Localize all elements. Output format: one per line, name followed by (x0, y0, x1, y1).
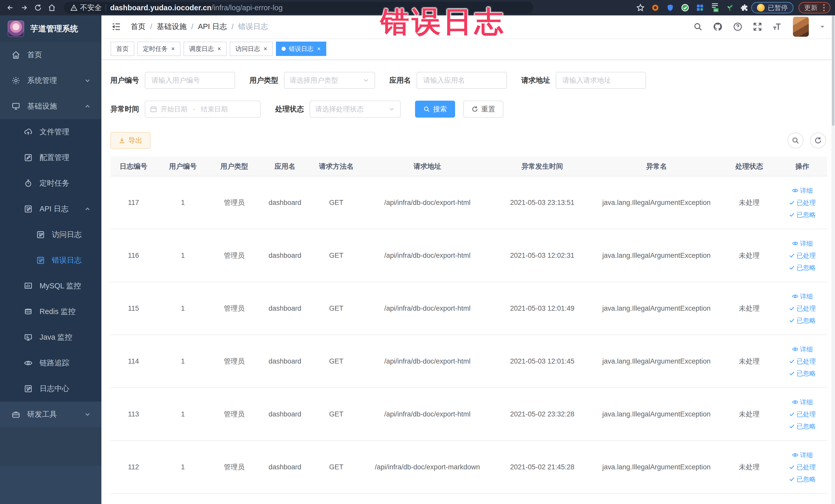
toggle-search-button[interactable] (788, 133, 803, 148)
page-content: 用户编号 用户类型 请选择用户类型 应用名 (101, 60, 835, 504)
sidebar-collapse-icon[interactable] (110, 21, 122, 32)
close-icon[interactable]: × (171, 46, 175, 52)
browser-update-button[interactable]: 更新 (798, 2, 830, 13)
export-button[interactable]: 导出 (110, 132, 150, 149)
browser-reload-button[interactable] (32, 2, 44, 13)
bookmark-star-icon[interactable] (636, 3, 645, 12)
action-processed-link[interactable]: 已处理 (789, 251, 816, 260)
green-sprout-extension-icon[interactable] (725, 3, 734, 12)
cell-user_type: 管理员 (209, 335, 259, 388)
tab-job-log[interactable]: 调度日志× (184, 42, 227, 56)
process-status-label: 处理状态 (275, 104, 304, 114)
browser-forward-button[interactable] (19, 2, 30, 13)
green-check-extension-icon[interactable] (680, 3, 690, 12)
scrollbar-thumb[interactable] (832, 15, 834, 126)
breadcrumb-item[interactable]: 首页 (131, 22, 145, 32)
page-scrollbar[interactable] (831, 15, 835, 504)
reset-button[interactable]: 重置 (463, 101, 503, 118)
sidebar-item-file[interactable]: 文件管理 (0, 119, 101, 145)
cell-app_name: dashboard (259, 229, 311, 282)
request-url-label: 请求地址 (521, 76, 550, 85)
action-ignored-link[interactable]: 已忽略 (789, 475, 816, 483)
action-detail-link[interactable]: 详细 (792, 239, 813, 248)
user-avatar[interactable] (793, 17, 809, 37)
breadcrumb-item[interactable]: API 日志 (198, 22, 227, 32)
search-icon[interactable] (693, 22, 702, 31)
tab-api-access[interactable]: 访问日志× (230, 42, 273, 56)
security-label: 不安全 (80, 3, 102, 13)
sidebar-item-trace[interactable]: 链路追踪 (0, 350, 101, 376)
sidebar-logo[interactable]: 芋道管理系统 (0, 15, 101, 42)
close-icon[interactable]: × (264, 46, 267, 52)
process-status-select[interactable]: 请选择处理状态 (309, 101, 401, 118)
sidebar-item-log-center[interactable]: 日志中心 (0, 376, 101, 402)
sidebar-item-dev-tools[interactable]: 研发工具 (0, 402, 101, 427)
action-detail-link[interactable]: 详细 (792, 398, 813, 406)
puzzle-extensions-icon[interactable] (740, 3, 749, 12)
address-bar[interactable]: 不安全 dashboard.yudao.iocoder.cn/infra/log… (64, 2, 533, 14)
sidebar-item-infra[interactable]: 基础设施 (0, 94, 101, 119)
log-edit-icon (35, 256, 46, 265)
action-ignored-link[interactable]: 已忽略 (789, 369, 816, 378)
sidebar-item-access-log[interactable]: 访问日志 (0, 222, 101, 247)
action-processed-link[interactable]: 已处理 (789, 304, 816, 313)
table-row: 1121管理员dashboardGET/api/infra/db-doc/exp… (110, 441, 827, 493)
action-processed-link[interactable]: 已处理 (789, 357, 816, 366)
sidebar-item-system[interactable]: 系统管理 (0, 68, 101, 94)
breadcrumb-item[interactable]: 基础设施 (157, 22, 187, 32)
action-detail-link[interactable]: 详细 (792, 451, 813, 459)
cell-exception: java.lang.IllegalArgumentException (592, 335, 721, 388)
browser-home-button[interactable] (46, 2, 58, 13)
refresh-table-button[interactable] (810, 133, 826, 148)
chevron-down-icon[interactable] (819, 23, 826, 30)
action-ignored-link[interactable]: 已忽略 (789, 210, 816, 219)
sidebar-item-home[interactable]: 首页 (0, 42, 101, 68)
action-detail-link[interactable]: 详细 (792, 186, 813, 195)
action-processed-link[interactable]: 已处理 (789, 410, 816, 419)
sidebar-item-redis[interactable]: Redis 监控 (0, 299, 101, 324)
request-url-input[interactable] (556, 72, 646, 89)
profile-paused-badge[interactable]: 已暂停 (751, 2, 793, 13)
action-label: 详细 (800, 239, 813, 248)
action-processed-link[interactable]: 已处理 (789, 199, 816, 207)
github-icon[interactable] (713, 22, 722, 32)
close-icon[interactable]: × (218, 46, 221, 52)
help-icon[interactable] (733, 22, 742, 32)
sidebar-item-mysql[interactable]: MySQL 监控 (0, 273, 101, 299)
sidebar-item-job[interactable]: 定时任务 (0, 170, 101, 196)
search-button[interactable]: 搜索 (415, 101, 455, 118)
browser-menu-icon[interactable] (823, 4, 825, 11)
fullscreen-icon[interactable] (753, 22, 762, 31)
sidebar-item-label: 研发工具 (27, 409, 57, 420)
chart-icon (23, 282, 34, 290)
action-detail-link[interactable]: 详细 (792, 292, 813, 301)
blue-shield-extension-icon[interactable] (666, 3, 675, 12)
tab-job[interactable]: 定时任务× (137, 42, 180, 56)
close-icon[interactable]: × (317, 46, 321, 52)
on-badge-extension-icon[interactable]: on (710, 3, 719, 12)
tab-home[interactable]: 首页 (110, 42, 134, 56)
exception-time-range-picker[interactable]: 开始日期 - 结束日期 (145, 101, 261, 118)
sidebar-item-java[interactable]: Java 监控 (0, 324, 101, 350)
action-detail-link[interactable]: 详细 (792, 345, 813, 354)
action-ignored-link[interactable]: 已忽略 (789, 422, 816, 430)
action-ignored-link[interactable]: 已忽略 (789, 316, 816, 325)
user-type-select[interactable]: 请选择用户类型 (284, 72, 375, 89)
start-date-placeholder: 开始日期 (161, 105, 187, 114)
action-ignored-link[interactable]: 已忽略 (789, 263, 816, 272)
orange-extension-icon[interactable] (651, 3, 660, 12)
app-name-input[interactable] (416, 72, 507, 89)
user-id-input[interactable] (145, 72, 235, 89)
font-size-icon[interactable] (772, 22, 782, 31)
grid-extension-icon[interactable] (695, 3, 705, 12)
sidebar-item-api-log[interactable]: API 日志 (0, 196, 101, 222)
security-indicator[interactable]: 不安全 (70, 3, 102, 13)
eye-icon (792, 451, 798, 458)
tab-api-error[interactable]: 错误日志× (276, 42, 326, 56)
browser-back-button[interactable] (5, 2, 16, 13)
sidebar-item-config[interactable]: 配置管理 (0, 145, 101, 170)
action-label: 已忽略 (796, 369, 816, 378)
sidebar-item-error-log[interactable]: 错误日志 (0, 247, 101, 273)
action-processed-link[interactable]: 已处理 (789, 463, 816, 471)
check-icon (789, 211, 795, 218)
